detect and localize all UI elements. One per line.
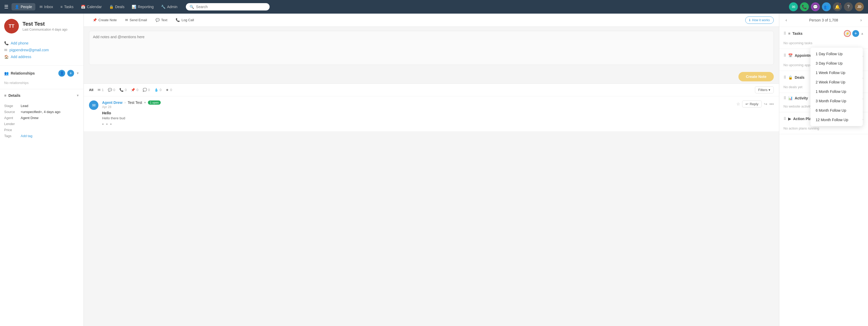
dropdown-item-12month[interactable]: 12 Month Follow Up — [810, 115, 863, 125]
inbox-icon: ✉ — [39, 5, 43, 9]
feed-agent-name[interactable]: Agent Drew — [102, 100, 123, 105]
dropdown-item-1week[interactable]: 1 Week Follow Up — [810, 68, 863, 77]
email-icon-btn[interactable]: ✉ — [789, 2, 798, 11]
person-counter: Person 3 of 1,708 — [809, 18, 838, 22]
nav-item-calendar[interactable]: 📅 Calendar — [78, 3, 105, 10]
dropdown-item-2week[interactable]: 2 Week Follow Up — [810, 77, 863, 87]
add-address-item[interactable]: 🏠 Add address — [4, 53, 79, 60]
nav-item-admin[interactable]: 🔧 Admin — [158, 3, 181, 10]
feed-more-icon[interactable]: • • • — [102, 122, 733, 127]
next-person-btn[interactable]: › — [858, 17, 864, 24]
detail-lender: Lender — [4, 121, 79, 127]
nav-label-people: People — [21, 5, 32, 9]
tasks-no-data: No upcoming tasks — [783, 41, 864, 45]
note-textarea[interactable] — [89, 31, 774, 65]
filter-star[interactable]: ★ 0 — [166, 88, 172, 92]
user-avatar[interactable]: JD — [855, 2, 864, 11]
tasks-section-header[interactable]: ⠿ ≡ Tasks ⚡ + ▲ — [779, 27, 868, 40]
nav-label-deals: Deals — [115, 5, 125, 9]
action-bar: 📌 Create Note ✉ Send Email 💬 Text 📞 Log … — [84, 13, 779, 27]
action-plans-drag-icon: ⠿ — [783, 117, 786, 121]
send-email-btn[interactable]: ✉ Send Email — [121, 16, 151, 24]
filter-msg-count: 0 — [148, 88, 150, 92]
activity-drag-icon: ⠿ — [783, 96, 786, 100]
task-quick-add-btn[interactable]: ⚡ — [844, 30, 851, 37]
send-email-label: Send Email — [130, 18, 147, 22]
add-tag-link[interactable]: Add tag — [21, 134, 32, 138]
appointments-calendar-icon: 📅 — [788, 53, 793, 58]
details-header[interactable]: ≡ Details ▼ — [0, 90, 84, 101]
nav-item-people[interactable]: 👤 People — [11, 3, 35, 10]
avatar-initials: JD — [857, 5, 861, 9]
filter-call[interactable]: 📞 0 — [119, 88, 127, 92]
email-item[interactable]: ✉ pigpendrew@gmail.com — [4, 46, 79, 53]
nav-item-tasks[interactable]: ≡ Tasks — [57, 3, 77, 10]
filter-pin[interactable]: 📌 0 — [131, 88, 138, 92]
more-icon[interactable]: ••• — [769, 102, 774, 106]
filter-email[interactable]: ✉ 1 — [98, 88, 104, 92]
details-chevron: ▼ — [76, 94, 79, 97]
relationships-actions: 👤 + ▼ — [58, 70, 79, 77]
filters-btn[interactable]: Filters ▾ — [755, 86, 774, 93]
bell-icon-btn[interactable]: 🔔 — [833, 2, 842, 11]
create-note-btn[interactable]: 📌 Create Note — [89, 16, 120, 24]
phone-icon-btn[interactable]: 📞 — [800, 2, 809, 11]
filters-chevron-icon: ▾ — [769, 88, 770, 92]
task-add-btn[interactable]: + — [852, 30, 859, 37]
filter-all[interactable]: All — [89, 88, 93, 92]
create-note-icon: 📌 — [93, 18, 97, 22]
source-label: Source — [4, 110, 19, 114]
deals-title-block: ⠿ 🔒 Deals — [783, 75, 804, 79]
filter-drop[interactable]: 💧 0 — [154, 88, 161, 92]
contacts-icon-btn[interactable]: 👥 — [822, 2, 831, 11]
text-btn[interactable]: 💬 Text — [152, 16, 171, 24]
dropdown-item-1day[interactable]: 1 Day Follow Up — [810, 49, 863, 59]
relationships-no-data: No relationships — [4, 81, 79, 85]
submit-create-note-btn[interactable]: Create Note — [738, 72, 774, 82]
chat-icon-btn[interactable]: 💬 — [811, 2, 820, 11]
nav-item-deals[interactable]: 🔒 Deals — [106, 3, 128, 10]
help-icon-btn[interactable]: ? — [844, 2, 853, 11]
dropdown-item-1month[interactable]: 1 Month Follow Up — [810, 87, 863, 96]
star-icon[interactable]: ☆ — [736, 101, 740, 106]
relationships-header[interactable]: 👥 Relationships 👤 + ▼ — [0, 67, 84, 80]
deals-icon: 🔒 — [109, 5, 114, 9]
search-input[interactable] — [196, 5, 266, 9]
filter-drop-count: 0 — [160, 88, 161, 92]
feed-dropdown-icon[interactable]: ▾ — [144, 101, 146, 104]
filter-msg[interactable]: 💭 0 — [143, 88, 150, 92]
detail-source: Source <unspecified>, 4 days ago — [4, 109, 79, 115]
feed-filter-bar: All ✉ 1 💬 0 📞 0 📌 0 — [84, 84, 779, 96]
dropdown-item-3day[interactable]: 3 Day Follow Up — [810, 59, 863, 68]
main-layout: TT Test Test Last Communication 4 days a… — [0, 13, 868, 326]
tasks-icon: ≡ — [60, 5, 63, 9]
phone-icon: 📞 — [4, 41, 9, 45]
feed-area: All ✉ 1 💬 0 📞 0 📌 0 — [84, 84, 779, 326]
filter-text[interactable]: 💬 0 — [108, 88, 115, 92]
detail-stage: Stage Lead — [4, 103, 79, 109]
relationships-person-btn[interactable]: 👤 — [58, 70, 65, 77]
app-logo[interactable]: ☰ — [4, 4, 8, 10]
contact-avatar: TT — [4, 19, 19, 33]
feed-body: Hello there bud — [102, 116, 733, 120]
filter-drop-icon: 💧 — [154, 88, 158, 92]
nav-item-inbox[interactable]: ✉ Inbox — [36, 3, 56, 10]
add-phone-label: Add phone — [11, 41, 29, 45]
how-it-works-label: How it works — [752, 18, 770, 22]
dropdown-item-6month[interactable]: 6 Month Follow Up — [810, 106, 863, 115]
log-call-label: Log Call — [181, 18, 194, 22]
nav-item-reporting[interactable]: 📊 Reporting — [128, 3, 157, 10]
prev-person-btn[interactable]: ‹ — [783, 17, 789, 24]
add-phone-item[interactable]: 📞 Add phone — [4, 40, 79, 46]
relationships-add-btn[interactable]: + — [67, 70, 74, 77]
log-call-btn[interactable]: 📞 Log Call — [172, 16, 198, 24]
dropdown-item-3month[interactable]: 3 Month Follow Up — [810, 96, 863, 106]
tasks-section: ⠿ ≡ Tasks ⚡ + ▲ No upcoming tasks — [779, 27, 868, 49]
create-note-label: Create Note — [98, 18, 117, 22]
search-bar[interactable]: 🔍 — [186, 3, 270, 10]
deals-title: Deals — [795, 75, 804, 79]
forward-icon[interactable]: ↪ — [764, 101, 767, 106]
filter-star-icon: ★ — [166, 88, 169, 92]
how-it-works-btn[interactable]: ℹ How it works — [745, 17, 774, 24]
reply-btn[interactable]: ↩ Reply — [742, 100, 762, 107]
